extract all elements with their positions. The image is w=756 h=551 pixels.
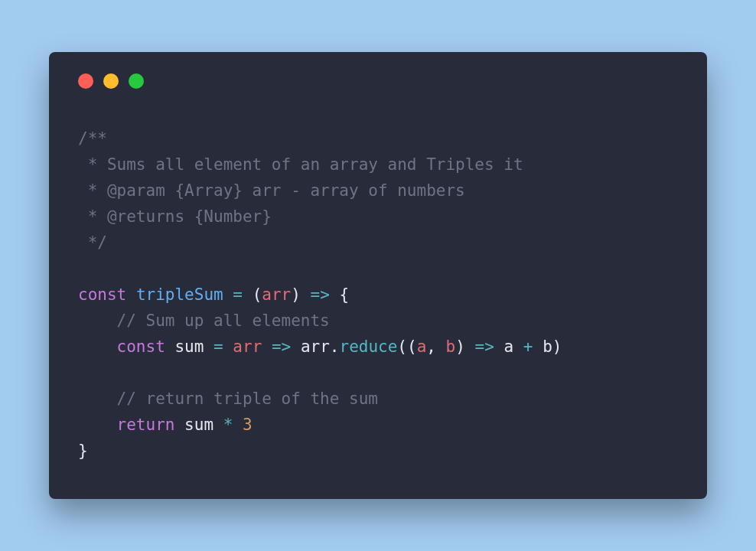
maximize-icon[interactable] xyxy=(129,73,144,89)
variable: a xyxy=(504,337,514,356)
traffic-lights xyxy=(78,73,678,89)
param: a xyxy=(417,337,427,356)
arrow: => xyxy=(475,337,494,356)
operator-multiply: * xyxy=(223,416,233,434)
param: arr xyxy=(233,337,262,356)
minimize-icon[interactable] xyxy=(103,73,119,89)
variable: arr xyxy=(301,337,330,356)
comment-line: * @returns {Number} xyxy=(78,207,272,226)
number-literal: 3 xyxy=(243,416,253,434)
comment-line: // Sum up all elements xyxy=(117,311,330,330)
paren: (( xyxy=(397,337,416,356)
brace: { xyxy=(340,285,350,304)
brace: } xyxy=(78,442,88,460)
comment-line: /** xyxy=(78,129,107,148)
variable: sum xyxy=(184,416,213,434)
keyword-return: return xyxy=(117,416,175,434)
keyword-const: const xyxy=(78,285,126,304)
comment-line: */ xyxy=(78,233,107,252)
comma: , xyxy=(426,337,445,356)
comment-line: * @param {Array} arr - array of numbers xyxy=(78,181,465,200)
param: arr xyxy=(262,285,291,304)
paren: ) xyxy=(552,337,562,356)
variable: sum xyxy=(174,337,204,356)
paren: ) xyxy=(291,285,301,304)
close-icon[interactable] xyxy=(78,73,93,89)
comment-line: // return triple of the sum xyxy=(117,390,378,408)
method: reduce xyxy=(340,337,398,356)
operator-plus: + xyxy=(523,337,533,356)
comment-line: * Sums all element of an array and Tripl… xyxy=(78,155,523,174)
function-name: tripleSum xyxy=(136,285,223,304)
dot: . xyxy=(330,337,340,356)
variable: b xyxy=(543,337,552,356)
paren: ) xyxy=(455,337,465,356)
keyword-const: const xyxy=(117,337,165,356)
arrow: => xyxy=(311,285,330,304)
operator-assign: = xyxy=(213,337,223,356)
param: b xyxy=(446,337,456,356)
paren: ( xyxy=(253,285,262,304)
code-window: /** * Sums all element of an array and T… xyxy=(49,52,707,499)
arrow: => xyxy=(272,337,291,356)
code-block: /** * Sums all element of an array and T… xyxy=(78,126,678,464)
operator-assign: = xyxy=(233,285,243,304)
